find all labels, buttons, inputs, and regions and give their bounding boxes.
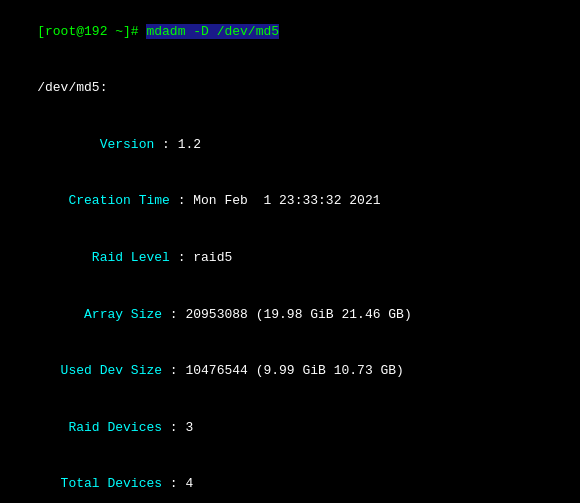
used-dev-size-line: Used Dev Size : 10476544 (9.99 GiB 10.73… <box>6 343 574 400</box>
command-line: [root@192 ~]# mdadm -D /dev/md5 <box>6 4 574 61</box>
raid-devices-line: Raid Devices : 3 <box>6 400 574 457</box>
command: mdadm -D /dev/md5 <box>146 24 279 39</box>
raid-level-line: Raid Level : raid5 <box>6 230 574 287</box>
version-line: Version : 1.2 <box>6 117 574 174</box>
output-path: /dev/md5: <box>6 61 574 118</box>
creation-line: Creation Time : Mon Feb 1 23:33:32 2021 <box>6 174 574 231</box>
prompt: [root@192 ~]# <box>37 24 146 39</box>
array-size-line: Array Size : 20953088 (19.98 GiB 21.46 G… <box>6 287 574 344</box>
total-devices-line: Total Devices : 4 <box>6 456 574 503</box>
terminal: [root@192 ~]# mdadm -D /dev/md5 /dev/md5… <box>0 0 580 503</box>
